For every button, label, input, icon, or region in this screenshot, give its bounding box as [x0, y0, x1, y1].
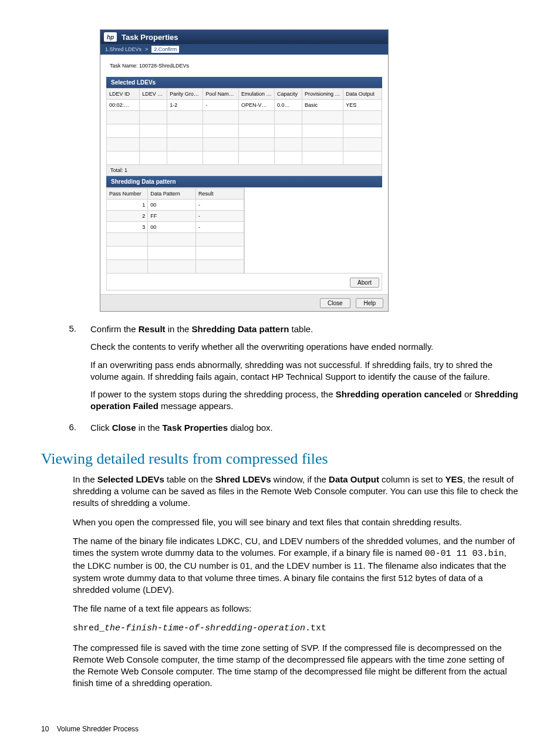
text: in the	[166, 324, 192, 334]
cell: OPEN-V…	[239, 100, 275, 111]
text-bold: Shredding operation canceled	[336, 389, 462, 399]
cell: Basic	[302, 100, 343, 111]
col-header[interactable]: Data Output	[343, 89, 382, 100]
table-row	[107, 124, 382, 138]
text-bold: Close	[112, 423, 136, 433]
text: If an overwriting pass ends abnormally, …	[90, 359, 519, 383]
close-button[interactable]: Close	[320, 298, 350, 308]
text: table on the	[164, 474, 215, 484]
step-body: Confirm the Result in the Shredding Data…	[90, 323, 519, 418]
col-header[interactable]: Capacity	[275, 89, 302, 100]
cell: -	[196, 200, 244, 211]
text: in the	[136, 423, 163, 433]
text-bold: Shredding Data pattern	[192, 324, 289, 334]
cell: 0.0…	[275, 100, 302, 111]
text-mono-italic: the-finish-time-of-shredding-operation	[104, 623, 305, 633]
col-header[interactable]: Data Pattern	[148, 188, 196, 200]
section-heading: Viewing detailed results from compressed…	[41, 450, 519, 468]
text-mono: 00-01 11 03.bin	[424, 549, 504, 559]
text-bold: Selected LDEVs	[97, 474, 164, 484]
col-header[interactable]: LDEV Name	[140, 89, 167, 100]
help-button[interactable]: Help	[356, 298, 383, 308]
abort-button[interactable]: Abort	[350, 278, 379, 288]
text-mono: shred_	[73, 623, 104, 633]
cell: 00	[148, 200, 196, 211]
paragraph: The file name of a text file appears as …	[73, 603, 519, 615]
breadcrumb-step[interactable]: 1.Shred LDEVs	[105, 46, 141, 52]
text: table.	[289, 324, 313, 334]
task-name-value: 100728-ShredLDEVs	[139, 63, 189, 69]
cell: -	[196, 222, 244, 233]
text: dialog box.	[228, 423, 273, 433]
paragraph: In the Selected LDEVs table on the Shred…	[73, 474, 519, 509]
text: If power to the system stops during the …	[90, 389, 336, 399]
selected-ldevs-header: Selected LDEVs	[106, 77, 382, 88]
step-number: 6.	[41, 422, 90, 440]
table-row	[107, 111, 382, 124]
hp-logo-icon: hp	[104, 32, 117, 42]
text: In the	[73, 474, 97, 484]
text-bold: Data Output	[329, 474, 379, 484]
dialog-body: Task Name: 100728-ShredLDEVs Selected LD…	[100, 55, 388, 294]
text-bold: YES	[445, 474, 463, 484]
shredding-pattern-header: Shredding Data pattern	[106, 176, 382, 187]
col-header[interactable]: LDEV ID	[107, 89, 140, 100]
step-list: 5. Confirm the Result in the Shredding D…	[41, 323, 519, 440]
table-row	[107, 138, 382, 151]
table-row[interactable]: 00:02:… 1-2 - OPEN-V… 0.0… Basic YES	[107, 100, 382, 111]
empty-panel	[244, 188, 382, 274]
paragraph: The compressed file is saved with the ti…	[73, 642, 519, 690]
text: Check the contents to verify whether all…	[90, 341, 519, 353]
task-name-line: Task Name: 100728-ShredLDEVs	[110, 63, 382, 69]
text: or	[462, 389, 475, 399]
col-header[interactable]: Pool Name(ID)	[203, 89, 239, 100]
selected-ldevs-total: Total: 1	[106, 165, 382, 176]
breadcrumb-step-current: 2.Confirm	[151, 46, 179, 53]
dialog-title: Task Properties	[122, 33, 178, 42]
dialog-footer: Close Help	[100, 294, 388, 311]
task-properties-dialog: hp Task Properties 1.Shred LDEVs > 2.Con…	[100, 29, 389, 312]
page-footer: 10 Volume Shredder Process	[41, 725, 519, 733]
text: window, if the	[271, 474, 329, 484]
cell: 00	[148, 222, 196, 233]
table-row	[107, 151, 382, 165]
cell: -	[196, 211, 244, 222]
text: column is set to	[379, 474, 446, 484]
text-bold: Result	[139, 324, 166, 334]
text-bold: Shred LDEVs	[215, 474, 271, 484]
code-line: shred_the-finish-time-of-shredding-opera…	[73, 622, 519, 634]
paragraph: When you open the compressed file, you w…	[73, 517, 519, 528]
cell: 1	[107, 200, 148, 211]
text: message appears.	[158, 401, 234, 411]
text-bold: Task Properties	[163, 423, 228, 433]
task-name-label: Task Name:	[110, 63, 138, 69]
col-header[interactable]: Parity Group ID	[167, 89, 203, 100]
table-row[interactable]: 2 FF -	[107, 211, 244, 222]
dialog-breadcrumb: 1.Shred LDEVs > 2.Confirm	[100, 44, 388, 55]
text: Click	[90, 423, 112, 433]
col-header[interactable]: Emulation Type	[239, 89, 275, 100]
table-row	[107, 260, 244, 274]
col-header[interactable]: Provisioning Type	[302, 89, 343, 100]
col-header[interactable]: Result	[196, 188, 244, 200]
shredding-pattern-table: Pass Number Data Pattern Result 1 00 - 2…	[106, 188, 244, 274]
page-number: 10	[41, 725, 49, 733]
step-body: Click Close in the Task Properties dialo…	[90, 422, 519, 440]
cell	[140, 100, 167, 111]
table-row	[107, 247, 244, 260]
cell: -	[203, 100, 239, 111]
table-row	[107, 233, 244, 247]
table-row[interactable]: 3 00 -	[107, 222, 244, 233]
step-number: 5.	[41, 323, 90, 418]
cell: 2	[107, 211, 148, 222]
breadcrumb-separator: >	[145, 46, 148, 52]
table-row[interactable]: 1 00 -	[107, 200, 244, 211]
text: Confirm the	[90, 324, 139, 334]
selected-ldevs-table: LDEV ID LDEV Name Parity Group ID Pool N…	[106, 88, 382, 165]
cell: 1-2	[167, 100, 203, 111]
col-header[interactable]: Pass Number	[107, 188, 148, 200]
cell: YES	[343, 100, 382, 111]
paragraph: The name of the binary file indicates LD…	[73, 535, 519, 596]
cell: 3	[107, 222, 148, 233]
dialog-titlebar: hp Task Properties	[100, 30, 388, 44]
